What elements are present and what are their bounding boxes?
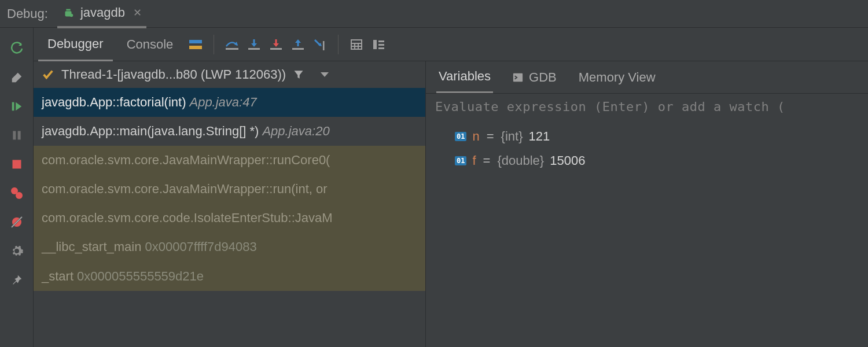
svg-point-2	[70, 13, 73, 17]
debug-gutter	[0, 28, 34, 347]
mute-breakpoints-icon[interactable]	[9, 214, 25, 230]
svg-rect-11	[189, 40, 202, 43]
svg-rect-24	[378, 40, 384, 42]
settings-icon[interactable]	[9, 243, 25, 259]
variable-type: {double}	[497, 153, 544, 168]
resume-icon[interactable]	[9, 98, 25, 115]
bug-icon	[62, 6, 75, 19]
svg-point-7	[16, 192, 23, 199]
stop-icon[interactable]	[9, 156, 25, 172]
pause-icon[interactable]	[9, 127, 25, 143]
terminal-icon	[513, 72, 523, 83]
debug-panel-header: Debug: javagdb ✕	[0, 0, 868, 28]
variable-value: 121	[529, 129, 550, 144]
svg-rect-18	[351, 40, 362, 49]
frames-panel: Thread-1-[javagdb...b80 (LWP 112063)) ja…	[34, 61, 426, 347]
svg-rect-23	[373, 40, 377, 49]
svg-rect-12	[189, 46, 202, 49]
variable-row[interactable]: 01f = {double} 15006	[435, 150, 859, 174]
view-breakpoints-icon[interactable]	[9, 185, 25, 201]
tab-gdb[interactable]: GDB	[510, 62, 559, 93]
rerun-icon[interactable]	[9, 40, 25, 57]
variables-panel: Variables GDB Memory View Evaluate expre…	[426, 61, 868, 347]
trace-icon[interactable]	[370, 36, 387, 53]
stack-frame[interactable]: com.oracle.svm.core.code.IsolateEnterStu…	[34, 204, 425, 232]
stack-frame[interactable]: javagdb.App::factorial(int)App.java:47	[34, 88, 425, 117]
run-config-label: javagdb	[80, 5, 125, 20]
tab-console[interactable]: Console	[117, 28, 183, 60]
stack-frame[interactable]: __libc_start_main0x00007ffff7d94083	[34, 232, 425, 261]
force-step-into-icon[interactable]	[267, 36, 285, 53]
run-config-tab[interactable]: javagdb ✕	[57, 0, 146, 28]
variable-type: {int}	[501, 129, 523, 144]
tab-variables[interactable]: Variables	[436, 61, 493, 93]
variable-name: n	[472, 129, 479, 144]
stack-frame[interactable]: _start0x000055555559d21e	[34, 262, 425, 291]
svg-rect-0	[66, 9, 70, 10]
check-icon	[42, 68, 54, 81]
close-icon[interactable]: ✕	[131, 6, 142, 19]
filter-icon[interactable]	[293, 69, 304, 80]
pin-icon[interactable]	[9, 272, 25, 288]
variable-row[interactable]: 01n = {int} 121	[435, 125, 859, 150]
evaluate-expression-input[interactable]: Evaluate expression (Enter) or add a wat…	[426, 94, 868, 121]
svg-rect-14	[248, 48, 260, 50]
svg-rect-5	[12, 160, 21, 169]
svg-rect-3	[13, 131, 16, 140]
run-to-cursor-icon[interactable]	[311, 36, 329, 53]
svg-rect-4	[17, 131, 20, 140]
variable-name: f	[472, 153, 476, 168]
variables-tabs: Variables GDB Memory View	[426, 61, 868, 94]
primitive-badge-icon: 01	[455, 156, 466, 165]
svg-rect-17	[323, 41, 325, 50]
primitive-badge-icon: 01	[455, 132, 466, 141]
tab-debugger[interactable]: Debugger	[38, 28, 113, 61]
debug-panel-title: Debug:	[7, 6, 48, 21]
step-over-icon[interactable]	[223, 36, 241, 53]
modify-run-icon[interactable]	[9, 69, 25, 86]
variable-value: 15006	[550, 153, 585, 168]
svg-rect-13	[226, 48, 238, 50]
tab-memory-view[interactable]: Memory View	[576, 62, 658, 93]
show-threads-icon[interactable]	[187, 36, 204, 53]
svg-rect-27	[513, 73, 523, 81]
svg-rect-16	[292, 48, 304, 50]
svg-rect-26	[378, 47, 384, 49]
stack-frame[interactable]: com.oracle.svm.core.JavaMainWrapper::run…	[34, 146, 425, 175]
thread-label: Thread-1-[javagdb...b80 (LWP 112063))	[61, 67, 286, 82]
stack-frames-list: javagdb.App::factorial(int)App.java:47ja…	[34, 88, 425, 347]
thread-selector[interactable]: Thread-1-[javagdb...b80 (LWP 112063))	[34, 61, 425, 88]
separator	[338, 35, 339, 54]
debugger-toolbar: Debugger Console	[34, 28, 868, 61]
evaluate-expression-icon[interactable]	[348, 36, 365, 53]
chevron-down-icon[interactable]	[319, 71, 330, 79]
stack-frame[interactable]: com.oracle.svm.core.JavaMainWrapper::run…	[34, 175, 425, 204]
svg-rect-25	[378, 44, 384, 46]
variables-list: 01n = {int} 12101f = {double} 15006	[426, 121, 868, 179]
step-into-icon[interactable]	[245, 36, 263, 53]
separator	[214, 35, 214, 54]
stack-frame[interactable]: javagdb.App::main(java.lang.String[] *)A…	[34, 117, 425, 146]
step-out-icon[interactable]	[289, 36, 307, 53]
svg-rect-15	[270, 48, 282, 50]
